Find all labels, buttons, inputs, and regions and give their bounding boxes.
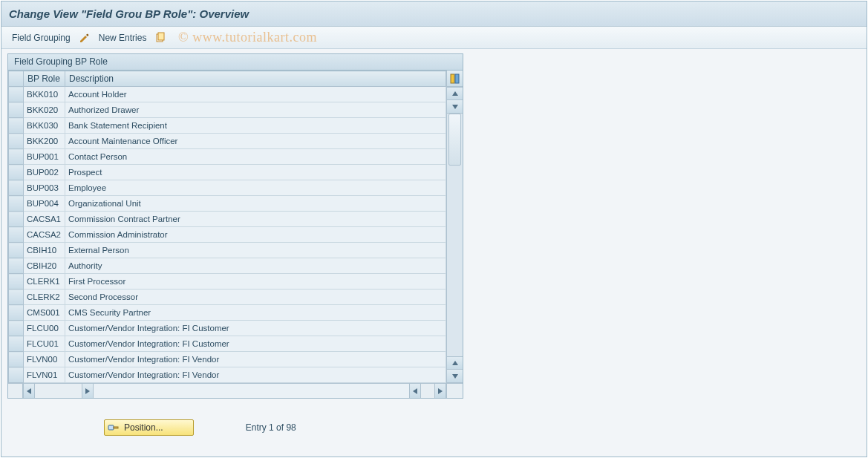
cell-bp-role[interactable]: CACSA1 (24, 212, 65, 227)
cell-description[interactable]: Bank Statement Recipient (65, 118, 446, 134)
cell-bp-role[interactable]: CBIH10 (24, 243, 65, 258)
cell-bp-role[interactable]: FLVN01 (24, 367, 65, 383)
scroll-up-icon[interactable] (447, 87, 463, 100)
table-row[interactable]: BKK030Bank Statement Recipient (9, 118, 446, 134)
cell-description[interactable]: Account Holder (65, 87, 446, 102)
cell-description[interactable]: CMS Security Partner (65, 305, 446, 321)
field-grouping-button[interactable]: Field Grouping (9, 31, 74, 45)
horizontal-scrollbar[interactable] (8, 383, 463, 398)
row-selector[interactable] (9, 87, 24, 102)
cell-bp-role[interactable]: CLERK1 (24, 274, 65, 289)
table-row[interactable]: CLERK1First Processor (9, 274, 446, 289)
table-row[interactable]: CMS001CMS Security Partner (9, 305, 446, 321)
cell-description[interactable]: Account Maintenance Officer (65, 134, 446, 149)
table-row[interactable]: BUP002Prospect (9, 165, 446, 180)
row-selector[interactable] (9, 289, 24, 305)
vertical-scrollbar[interactable] (446, 71, 463, 383)
pencil-icon[interactable] (78, 31, 91, 45)
cell-description[interactable]: Customer/Vendor Integration: FI Vendor (65, 367, 446, 383)
cell-bp-role[interactable]: FLVN00 (24, 352, 65, 367)
scroll-track[interactable] (447, 114, 463, 356)
cell-bp-role[interactable]: BUP001 (24, 149, 65, 165)
cell-description[interactable]: Commission Contract Partner (65, 212, 446, 227)
svg-rect-5 (114, 427, 118, 428)
row-selector[interactable] (9, 258, 24, 274)
row-selector[interactable] (9, 134, 24, 149)
row-selector[interactable] (9, 305, 24, 321)
table-row[interactable]: FLVN00Customer/Vendor Integration: FI Ve… (9, 352, 446, 367)
svg-rect-3 (455, 74, 459, 83)
scroll-down-small-icon[interactable] (447, 100, 463, 114)
table-row[interactable]: CACSA1Commission Contract Partner (9, 212, 446, 227)
table-settings-icon[interactable] (447, 71, 463, 87)
cell-bp-role[interactable]: FLCU01 (24, 336, 65, 352)
cell-bp-role[interactable]: CACSA2 (24, 227, 65, 243)
row-selector[interactable] (9, 149, 24, 165)
hscroll-right-icon[interactable] (82, 384, 94, 398)
row-selector[interactable] (9, 352, 24, 367)
cell-bp-role[interactable]: CBIH20 (24, 258, 65, 274)
cell-description[interactable]: Authorized Drawer (65, 102, 446, 118)
hscroll-left2-icon[interactable] (409, 384, 421, 398)
cell-bp-role[interactable]: CMS001 (24, 305, 65, 321)
cell-description[interactable]: First Processor (65, 274, 446, 289)
table-row[interactable]: BUP004Organizational Unit (9, 196, 446, 212)
cell-bp-role[interactable]: BUP004 (24, 196, 65, 212)
cell-bp-role[interactable]: BKK020 (24, 102, 65, 118)
new-entries-button[interactable]: New Entries (96, 31, 150, 45)
cell-bp-role[interactable]: BKK200 (24, 134, 65, 149)
cell-description[interactable]: Second Processor (65, 289, 446, 305)
row-selector[interactable] (9, 196, 24, 212)
table-row[interactable]: BUP003Employee (9, 180, 446, 196)
table-row[interactable]: BUP001Contact Person (9, 149, 446, 165)
scroll-thumb[interactable] (448, 114, 461, 166)
table-row[interactable]: CBIH10External Person (9, 243, 446, 258)
table-row[interactable]: FLCU01Customer/Vendor Integration: FI Cu… (9, 336, 446, 352)
scroll-up-bottom-icon[interactable] (447, 356, 463, 370)
table-row[interactable]: FLVN01Customer/Vendor Integration: FI Ve… (9, 367, 446, 383)
cell-description[interactable]: Organizational Unit (65, 196, 446, 212)
cell-description[interactable]: Commission Administrator (65, 227, 446, 243)
row-selector[interactable] (9, 165, 24, 180)
table-row[interactable]: BKK020Authorized Drawer (9, 102, 446, 118)
cell-description[interactable]: Employee (65, 180, 446, 196)
row-selector[interactable] (9, 321, 24, 336)
cell-description[interactable]: Authority (65, 258, 446, 274)
table-row[interactable]: CLERK2Second Processor (9, 289, 446, 305)
position-button[interactable]: Position... (104, 419, 194, 436)
cell-description[interactable]: Contact Person (65, 149, 446, 165)
table-row[interactable]: FLCU00Customer/Vendor Integration: FI Cu… (9, 321, 446, 336)
row-selector[interactable] (9, 212, 24, 227)
cell-bp-role[interactable]: BKK010 (24, 87, 65, 102)
cell-description[interactable]: Customer/Vendor Integration: FI Vendor (65, 352, 446, 367)
col-header-description[interactable]: Description (65, 71, 446, 87)
table-row[interactable]: CBIH20Authority (9, 258, 446, 274)
row-selector[interactable] (9, 243, 24, 258)
row-selector[interactable] (9, 102, 24, 118)
cell-description[interactable]: Customer/Vendor Integration: FI Customer (65, 321, 446, 336)
row-selector[interactable] (9, 336, 24, 352)
row-selector[interactable] (9, 180, 24, 196)
col-header-role[interactable]: BP Role (24, 71, 65, 87)
row-selector[interactable] (9, 274, 24, 289)
copy-icon[interactable] (154, 31, 167, 45)
cell-bp-role[interactable]: BUP002 (24, 165, 65, 180)
select-all-header[interactable] (9, 71, 24, 87)
table-row[interactable]: CACSA2Commission Administrator (9, 227, 446, 243)
svg-rect-4 (108, 425, 114, 430)
cell-bp-role[interactable]: BUP003 (24, 180, 65, 196)
cell-bp-role[interactable]: FLCU00 (24, 321, 65, 336)
scroll-down-icon[interactable] (447, 370, 463, 383)
cell-description[interactable]: External Person (65, 243, 446, 258)
cell-description[interactable]: Customer/Vendor Integration: FI Customer (65, 336, 446, 352)
cell-description[interactable]: Prospect (65, 165, 446, 180)
row-selector[interactable] (9, 367, 24, 383)
cell-bp-role[interactable]: CLERK2 (24, 289, 65, 305)
hscroll-right2-icon[interactable] (434, 384, 446, 398)
table-row[interactable]: BKK200Account Maintenance Officer (9, 134, 446, 149)
table-row[interactable]: BKK010Account Holder (9, 87, 446, 102)
row-selector[interactable] (9, 227, 24, 243)
hscroll-left-icon[interactable] (23, 384, 35, 398)
cell-bp-role[interactable]: BKK030 (24, 118, 65, 134)
row-selector[interactable] (9, 118, 24, 134)
